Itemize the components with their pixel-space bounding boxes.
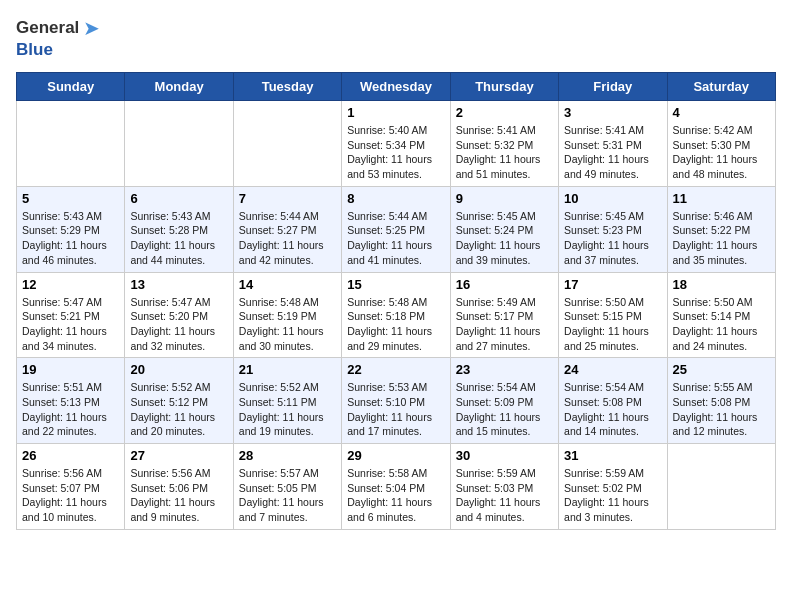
day-info: Sunrise: 5:41 AMSunset: 5:32 PMDaylight:…	[456, 123, 553, 182]
calendar-cell: 1Sunrise: 5:40 AMSunset: 5:34 PMDaylight…	[342, 101, 450, 187]
day-number: 10	[564, 191, 661, 206]
calendar-cell: 28Sunrise: 5:57 AMSunset: 5:05 PMDayligh…	[233, 444, 341, 530]
day-number: 24	[564, 362, 661, 377]
day-info: Sunrise: 5:59 AMSunset: 5:03 PMDaylight:…	[456, 466, 553, 525]
day-info: Sunrise: 5:50 AMSunset: 5:14 PMDaylight:…	[673, 295, 770, 354]
calendar-week-2: 5Sunrise: 5:43 AMSunset: 5:29 PMDaylight…	[17, 186, 776, 272]
day-info: Sunrise: 5:52 AMSunset: 5:12 PMDaylight:…	[130, 380, 227, 439]
day-number: 14	[239, 277, 336, 292]
calendar-cell: 2Sunrise: 5:41 AMSunset: 5:32 PMDaylight…	[450, 101, 558, 187]
logo-bird-icon: ➤	[83, 16, 100, 40]
day-info: Sunrise: 5:53 AMSunset: 5:10 PMDaylight:…	[347, 380, 444, 439]
day-info: Sunrise: 5:45 AMSunset: 5:24 PMDaylight:…	[456, 209, 553, 268]
day-number: 18	[673, 277, 770, 292]
day-number: 28	[239, 448, 336, 463]
day-number: 8	[347, 191, 444, 206]
calendar-cell: 27Sunrise: 5:56 AMSunset: 5:06 PMDayligh…	[125, 444, 233, 530]
calendar-cell: 29Sunrise: 5:58 AMSunset: 5:04 PMDayligh…	[342, 444, 450, 530]
calendar-cell: 26Sunrise: 5:56 AMSunset: 5:07 PMDayligh…	[17, 444, 125, 530]
logo-blue-text: Blue	[16, 40, 53, 59]
calendar-cell: 5Sunrise: 5:43 AMSunset: 5:29 PMDaylight…	[17, 186, 125, 272]
day-number: 12	[22, 277, 119, 292]
calendar-cell: 22Sunrise: 5:53 AMSunset: 5:10 PMDayligh…	[342, 358, 450, 444]
logo: General ➤ Blue	[16, 16, 100, 60]
calendar-cell: 11Sunrise: 5:46 AMSunset: 5:22 PMDayligh…	[667, 186, 775, 272]
day-info: Sunrise: 5:48 AMSunset: 5:18 PMDaylight:…	[347, 295, 444, 354]
calendar-cell: 6Sunrise: 5:43 AMSunset: 5:28 PMDaylight…	[125, 186, 233, 272]
calendar-cell: 7Sunrise: 5:44 AMSunset: 5:27 PMDaylight…	[233, 186, 341, 272]
calendar-cell: 3Sunrise: 5:41 AMSunset: 5:31 PMDaylight…	[559, 101, 667, 187]
day-info: Sunrise: 5:40 AMSunset: 5:34 PMDaylight:…	[347, 123, 444, 182]
calendar-cell	[17, 101, 125, 187]
calendar-cell: 16Sunrise: 5:49 AMSunset: 5:17 PMDayligh…	[450, 272, 558, 358]
day-info: Sunrise: 5:54 AMSunset: 5:08 PMDaylight:…	[564, 380, 661, 439]
calendar-cell: 15Sunrise: 5:48 AMSunset: 5:18 PMDayligh…	[342, 272, 450, 358]
day-number: 19	[22, 362, 119, 377]
day-info: Sunrise: 5:47 AMSunset: 5:20 PMDaylight:…	[130, 295, 227, 354]
day-number: 20	[130, 362, 227, 377]
day-number: 4	[673, 105, 770, 120]
calendar-cell: 18Sunrise: 5:50 AMSunset: 5:14 PMDayligh…	[667, 272, 775, 358]
calendar-week-5: 26Sunrise: 5:56 AMSunset: 5:07 PMDayligh…	[17, 444, 776, 530]
weekday-header-sunday: Sunday	[17, 73, 125, 101]
day-info: Sunrise: 5:54 AMSunset: 5:09 PMDaylight:…	[456, 380, 553, 439]
day-info: Sunrise: 5:51 AMSunset: 5:13 PMDaylight:…	[22, 380, 119, 439]
weekday-header-thursday: Thursday	[450, 73, 558, 101]
calendar-cell: 9Sunrise: 5:45 AMSunset: 5:24 PMDaylight…	[450, 186, 558, 272]
day-info: Sunrise: 5:50 AMSunset: 5:15 PMDaylight:…	[564, 295, 661, 354]
day-number: 22	[347, 362, 444, 377]
day-number: 25	[673, 362, 770, 377]
calendar-table: SundayMondayTuesdayWednesdayThursdayFrid…	[16, 72, 776, 530]
calendar-cell	[125, 101, 233, 187]
calendar-cell: 12Sunrise: 5:47 AMSunset: 5:21 PMDayligh…	[17, 272, 125, 358]
day-number: 13	[130, 277, 227, 292]
day-info: Sunrise: 5:49 AMSunset: 5:17 PMDaylight:…	[456, 295, 553, 354]
day-info: Sunrise: 5:42 AMSunset: 5:30 PMDaylight:…	[673, 123, 770, 182]
calendar-cell: 25Sunrise: 5:55 AMSunset: 5:08 PMDayligh…	[667, 358, 775, 444]
calendar-cell: 8Sunrise: 5:44 AMSunset: 5:25 PMDaylight…	[342, 186, 450, 272]
calendar-cell: 20Sunrise: 5:52 AMSunset: 5:12 PMDayligh…	[125, 358, 233, 444]
calendar-cell: 14Sunrise: 5:48 AMSunset: 5:19 PMDayligh…	[233, 272, 341, 358]
day-number: 29	[347, 448, 444, 463]
day-number: 17	[564, 277, 661, 292]
day-number: 9	[456, 191, 553, 206]
calendar-cell: 24Sunrise: 5:54 AMSunset: 5:08 PMDayligh…	[559, 358, 667, 444]
calendar-cell: 31Sunrise: 5:59 AMSunset: 5:02 PMDayligh…	[559, 444, 667, 530]
day-number: 15	[347, 277, 444, 292]
day-info: Sunrise: 5:47 AMSunset: 5:21 PMDaylight:…	[22, 295, 119, 354]
day-number: 27	[130, 448, 227, 463]
day-info: Sunrise: 5:44 AMSunset: 5:25 PMDaylight:…	[347, 209, 444, 268]
day-number: 1	[347, 105, 444, 120]
weekday-header-monday: Monday	[125, 73, 233, 101]
day-number: 3	[564, 105, 661, 120]
day-info: Sunrise: 5:57 AMSunset: 5:05 PMDaylight:…	[239, 466, 336, 525]
calendar-cell: 21Sunrise: 5:52 AMSunset: 5:11 PMDayligh…	[233, 358, 341, 444]
logo-general-text: General	[16, 18, 79, 38]
day-info: Sunrise: 5:43 AMSunset: 5:28 PMDaylight:…	[130, 209, 227, 268]
calendar-cell: 13Sunrise: 5:47 AMSunset: 5:20 PMDayligh…	[125, 272, 233, 358]
day-number: 6	[130, 191, 227, 206]
day-number: 16	[456, 277, 553, 292]
day-number: 7	[239, 191, 336, 206]
day-number: 11	[673, 191, 770, 206]
weekday-header-tuesday: Tuesday	[233, 73, 341, 101]
day-info: Sunrise: 5:52 AMSunset: 5:11 PMDaylight:…	[239, 380, 336, 439]
weekday-header-row: SundayMondayTuesdayWednesdayThursdayFrid…	[17, 73, 776, 101]
calendar-week-1: 1Sunrise: 5:40 AMSunset: 5:34 PMDaylight…	[17, 101, 776, 187]
weekday-header-saturday: Saturday	[667, 73, 775, 101]
calendar-cell: 4Sunrise: 5:42 AMSunset: 5:30 PMDaylight…	[667, 101, 775, 187]
page-header: General ➤ Blue	[16, 16, 776, 60]
calendar-week-4: 19Sunrise: 5:51 AMSunset: 5:13 PMDayligh…	[17, 358, 776, 444]
day-info: Sunrise: 5:55 AMSunset: 5:08 PMDaylight:…	[673, 380, 770, 439]
day-info: Sunrise: 5:56 AMSunset: 5:06 PMDaylight:…	[130, 466, 227, 525]
day-number: 30	[456, 448, 553, 463]
day-info: Sunrise: 5:58 AMSunset: 5:04 PMDaylight:…	[347, 466, 444, 525]
calendar-cell: 10Sunrise: 5:45 AMSunset: 5:23 PMDayligh…	[559, 186, 667, 272]
day-info: Sunrise: 5:46 AMSunset: 5:22 PMDaylight:…	[673, 209, 770, 268]
day-info: Sunrise: 5:44 AMSunset: 5:27 PMDaylight:…	[239, 209, 336, 268]
calendar-week-3: 12Sunrise: 5:47 AMSunset: 5:21 PMDayligh…	[17, 272, 776, 358]
day-number: 21	[239, 362, 336, 377]
day-info: Sunrise: 5:45 AMSunset: 5:23 PMDaylight:…	[564, 209, 661, 268]
day-info: Sunrise: 5:43 AMSunset: 5:29 PMDaylight:…	[22, 209, 119, 268]
day-number: 2	[456, 105, 553, 120]
